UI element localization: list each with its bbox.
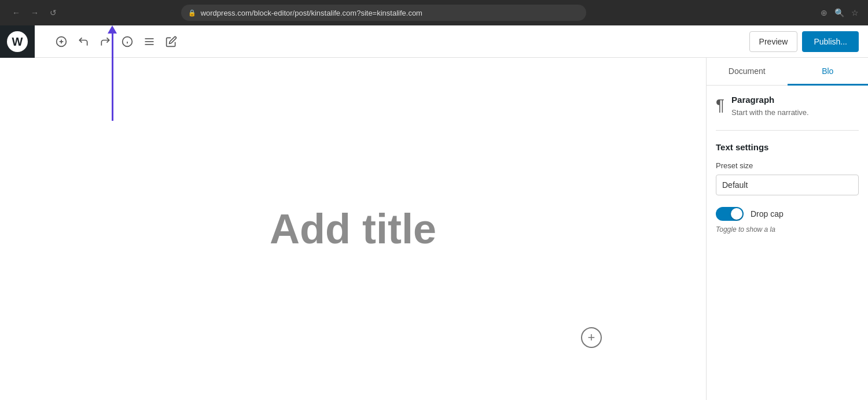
editor-sidebar: Document Blo ¶ Paragraph Start with the … — [706, 58, 868, 400]
drop-cap-label: Drop cap — [751, 209, 784, 218]
forward-button[interactable]: → — [28, 6, 42, 20]
browser-chrome: ← → ↺ 🔒 wordpress.com/block-editor/post/… — [0, 0, 868, 25]
toolbar-buttons — [51, 31, 182, 52]
paragraph-icon: ¶ — [716, 96, 724, 114]
text-settings-title: Text settings — [716, 142, 859, 152]
editor-toolbar: W — [0, 25, 868, 58]
lock-icon: 🔒 — [188, 9, 196, 17]
wp-logo-inner: W — [7, 31, 28, 52]
publish-button[interactable]: Publish... — [802, 31, 859, 52]
toolbar-right: Preview Publish... — [749, 31, 859, 52]
block-description: Start with the narrative. — [731, 107, 809, 118]
tab-block[interactable]: Blo — [788, 58, 869, 86]
undo-button[interactable] — [73, 31, 94, 52]
editor-main: Add title + Document Blo ¶ Paragraph Sta… — [0, 58, 868, 400]
block-info: ¶ Paragraph Start with the narrative. — [716, 95, 859, 131]
bookmark-icon[interactable]: ☆ — [851, 8, 859, 17]
edit-button[interactable] — [161, 31, 182, 52]
preview-button[interactable]: Preview — [749, 31, 798, 52]
arrow-annotation — [111, 25, 113, 135]
list-view-button[interactable] — [139, 31, 160, 52]
tab-document[interactable]: Document — [707, 58, 788, 86]
arrow-line — [112, 31, 113, 121]
drop-cap-toggle[interactable] — [716, 207, 744, 221]
preset-size-label: Preset size — [716, 161, 859, 170]
toggle-description: Toggle to show a la — [716, 225, 859, 234]
cast-icon[interactable]: ⊕ — [821, 8, 827, 17]
browser-right-icons: ⊕ 🔍 ☆ — [821, 8, 859, 17]
browser-nav-buttons: ← → ↺ — [9, 6, 60, 20]
back-button[interactable]: ← — [9, 6, 23, 20]
address-bar[interactable]: 🔒 wordpress.com/block-editor/post/kinsta… — [181, 5, 586, 21]
editor-canvas: Add title + — [0, 58, 706, 400]
refresh-button[interactable]: ↺ — [46, 6, 60, 20]
editor-content[interactable]: Add title + — [0, 58, 706, 400]
add-block-button[interactable] — [51, 31, 72, 52]
info-button[interactable] — [117, 31, 138, 52]
sidebar-tabs: Document Blo — [707, 58, 868, 86]
toggle-knob — [731, 208, 742, 220]
add-block-inline-button[interactable]: + — [581, 327, 602, 348]
sidebar-content: ¶ Paragraph Start with the narrative. Te… — [707, 86, 868, 400]
plus-icon: + — [588, 330, 595, 345]
drop-cap-row: Drop cap — [716, 207, 859, 221]
url-text: wordpress.com/block-editor/post/kinstali… — [201, 9, 422, 17]
arrow-head — [108, 25, 117, 34]
browser-search-icon[interactable]: 🔍 — [834, 8, 844, 17]
block-name: Paragraph — [731, 95, 809, 105]
wp-logo[interactable]: W — [0, 25, 35, 58]
preset-size-select[interactable]: Default Small Normal Medium Large Huge — [716, 175, 859, 195]
editor-wrapper: W — [0, 25, 868, 400]
add-title-placeholder[interactable]: Add title — [270, 205, 436, 253]
block-info-text: Paragraph Start with the narrative. — [731, 95, 809, 118]
